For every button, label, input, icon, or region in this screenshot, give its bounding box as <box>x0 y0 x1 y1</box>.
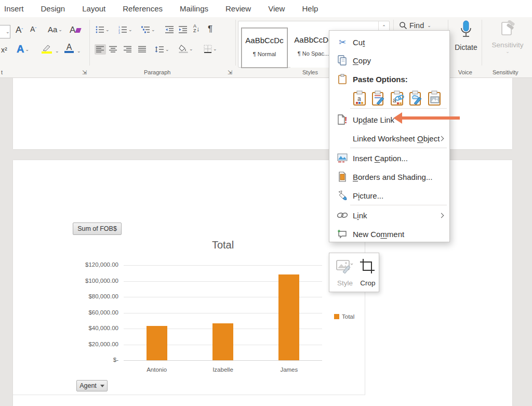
sensitivity-icon <box>499 20 516 39</box>
scissors-icon: ✂ <box>337 36 348 48</box>
paste-picture-icon[interactable] <box>428 90 442 108</box>
multilevel-list-button[interactable]: ⌄ <box>141 25 155 34</box>
change-case-button[interactable]: Aa⌄ <box>48 25 62 34</box>
superscript-button[interactable]: x² <box>1 46 7 54</box>
eraser-icon <box>75 28 82 33</box>
submenu-arrow-icon <box>439 213 444 218</box>
font-color-button[interactable]: A <box>64 43 74 53</box>
arrow-shaft <box>401 116 460 120</box>
styles-group-label: Styles <box>302 69 318 75</box>
increase-indent-icon <box>179 25 188 34</box>
image-mini-toolbar: Style Crop <box>329 253 379 292</box>
crop-button-label: Crop <box>358 279 377 287</box>
sensitivity-button[interactable]: Sensitivity ⌄ <box>489 20 526 54</box>
multilevel-list-icon <box>141 25 150 34</box>
borders-shading-icon <box>337 171 348 182</box>
paste-link-keep-source-icon[interactable]: a <box>390 90 405 108</box>
text-highlight-dropdown[interactable]: ⌄ <box>55 48 59 54</box>
decrease-indent-button[interactable] <box>165 25 174 34</box>
sort-arrow-icon: ↓ <box>196 25 200 33</box>
dropdown-arrow-icon <box>100 385 104 387</box>
paste-keep-source-icon[interactable]: a <box>353 90 367 108</box>
line-spacing-icon <box>155 46 164 53</box>
font-size-combo[interactable]: ⌄ <box>0 25 10 38</box>
menu-item-new-comment[interactable]: New Comment <box>329 227 449 241</box>
decrease-indent-icon <box>165 25 174 34</box>
new-comment-icon <box>337 228 348 240</box>
tab-mailings[interactable]: Mailings <box>180 4 208 13</box>
chart-title: Total <box>124 239 322 251</box>
justify-button[interactable] <box>138 46 147 53</box>
chart-bar-izabelle <box>212 323 233 360</box>
align-center-button[interactable] <box>109 46 117 53</box>
borders-grid-icon <box>204 45 212 53</box>
axis-field-button[interactable]: Agent <box>76 380 108 391</box>
style-card-normal[interactable]: AaBbCcDc ¶ Normal <box>242 28 287 68</box>
tab-insert[interactable]: Insert <box>4 4 24 13</box>
tab-design[interactable]: Design <box>41 4 65 13</box>
bullets-button[interactable]: ⌄ <box>96 25 110 34</box>
font-dialog-launcher[interactable]: ⇲ <box>82 69 87 76</box>
crop-button[interactable] <box>360 258 375 277</box>
tab-references[interactable]: References <box>123 4 163 13</box>
bullet-list-icon <box>96 25 104 34</box>
ribbon: ⌄ Aˆ Aˇ Aa⌄ A x² A⌄ ⌄ A ⌄ t ⇲ ⌄ 123⌄ ⌄ A… <box>0 17 532 78</box>
chart-bar-antonio <box>147 326 167 360</box>
line-spacing-button[interactable]: ⌄ <box>155 46 169 53</box>
chart-gridline <box>124 360 322 361</box>
increase-indent-button[interactable] <box>179 25 188 34</box>
menu-item-link[interactable]: Link <box>329 208 449 222</box>
paste-link-use-dest-icon[interactable] <box>409 90 423 108</box>
menu-item-cut[interactable]: ✂ Cut <box>329 35 449 49</box>
y-axis-tick-label: $20,000.00 <box>77 341 118 347</box>
borders-button[interactable]: ⌄ <box>204 45 217 53</box>
pivot-chart-image[interactable]: Sum of FOB$ Total Total Agent $120,000.0… <box>13 218 365 395</box>
tab-help[interactable]: Help <box>302 4 318 13</box>
menu-item-linked-worksheet-object[interactable]: Linked Worksheet Object <box>329 131 449 146</box>
style-button[interactable] <box>336 258 353 277</box>
crop-icon <box>360 258 375 275</box>
align-left-icon <box>96 46 104 53</box>
gallery-scroll-up-icon[interactable]: ⌃ <box>382 24 386 30</box>
copy-icon <box>337 55 348 66</box>
dictate-button[interactable]: Dictate <box>452 20 480 51</box>
paint-bucket-icon <box>179 45 188 53</box>
grow-font-button[interactable]: Aˆ <box>16 25 23 35</box>
highlight-color-bar <box>42 51 52 54</box>
align-right-button[interactable] <box>124 46 132 53</box>
callout-arrow-annotation <box>393 112 460 124</box>
value-field-button[interactable]: Sum of FOB$ <box>73 222 122 235</box>
picture-brush-icon <box>337 190 348 201</box>
align-right-icon <box>124 46 132 53</box>
shrink-font-button[interactable]: Aˇ <box>30 25 36 33</box>
chart-gridline <box>124 265 322 266</box>
menu-item-copy[interactable]: Copy <box>329 53 449 68</box>
menu-item-borders-and-shading[interactable]: Borders and Shading... <box>329 169 449 184</box>
y-axis-tick-label: $60,000.00 <box>77 309 118 316</box>
tab-view[interactable]: View <box>268 4 285 13</box>
text-highlight-button[interactable] <box>42 44 52 54</box>
find-button[interactable]: Find ⌄ <box>399 21 431 30</box>
sort-button[interactable]: AZ ↓ <box>193 24 200 33</box>
context-menu: ✂ Cut Copy Paste Options: a a <box>329 30 450 242</box>
paste-merge-formatting-icon[interactable] <box>371 90 386 108</box>
font-group-label: t <box>1 69 3 75</box>
legend-swatch <box>334 314 339 319</box>
link-chain-icon <box>337 209 348 221</box>
font-color-dropdown[interactable]: ⌄ <box>77 48 81 54</box>
numbering-button[interactable]: 123⌄ <box>118 25 132 34</box>
shading-button[interactable]: ⌄ <box>179 45 193 53</box>
show-formatting-button[interactable]: ¶ <box>208 24 212 34</box>
text-effects-button[interactable]: A⌄ <box>17 43 29 55</box>
clear-formatting-button[interactable]: A <box>70 25 81 35</box>
font-color-bar <box>64 51 74 53</box>
tab-layout[interactable]: Layout <box>82 4 105 13</box>
menu-item-picture[interactable]: Picture... <box>329 188 449 203</box>
chart-bar-james <box>278 274 299 360</box>
search-icon <box>399 21 407 30</box>
menu-item-insert-caption[interactable]: Insert Caption... <box>329 151 449 165</box>
tab-review[interactable]: Review <box>225 4 251 13</box>
x-axis-category-label: James <box>265 366 312 373</box>
align-left-button[interactable] <box>95 44 106 55</box>
paragraph-dialog-launcher[interactable]: ⇲ <box>228 69 232 76</box>
